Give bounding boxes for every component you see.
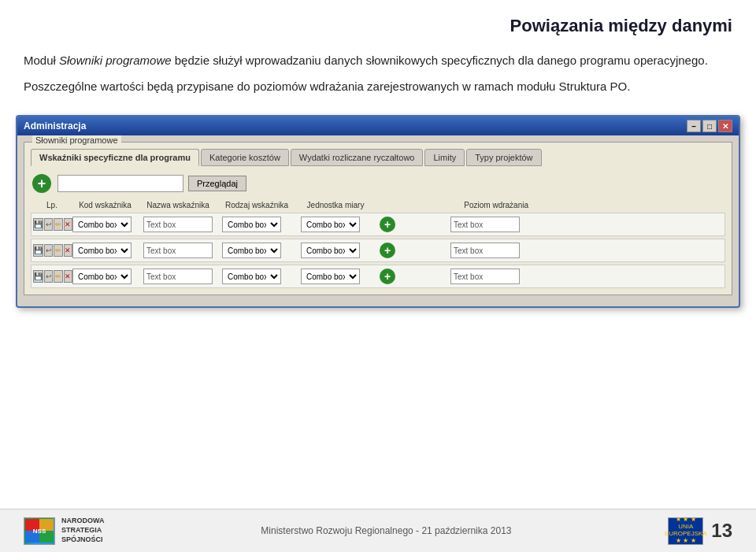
body-paragraph-1: Moduł Słowniki programowe będzie służył … [24,52,732,70]
add-button[interactable]: + [31,172,53,194]
footer-center-text: Ministerstwo Rozwoju Regionalnego - 21 p… [261,525,511,536]
col-header-poziom: Poziom wdrażania [375,201,532,209]
combo2-row1[interactable]: Combo box [222,217,301,232]
data-rows: 💾 ↩ ✏ ✕ Combo box [31,213,725,288]
combo3-row2[interactable]: Combo box [301,243,380,258]
edit-button-row3[interactable]: ✏ [54,270,62,283]
undo-button-row2[interactable]: ↩ [44,244,53,257]
tab-kategorie[interactable]: Kategorie kosztów [201,149,289,166]
col-header-lp: Lp. [32,201,72,209]
col-header-kod: Kod wskaźnika [72,201,139,209]
footer-logo-left: NSS NARODOWA STRATEGIA SPÓJNOŚCI [24,517,105,544]
body-paragraph-2: Poszczególne wartości będą przypisane do… [24,78,732,96]
table-row: 💾 ↩ ✏ ✕ Combo box [31,213,725,236]
toolbar-row: + Przeglądaj [31,172,725,194]
combo-select-3-row1[interactable]: Combo box [301,217,360,232]
row-actions-1: 💾 ↩ ✏ ✕ [33,218,72,231]
combo3-row1[interactable]: Combo box [301,217,380,232]
tab-typy[interactable]: Typy projektów [466,149,541,166]
column-headers: Lp. Kod wskaźnika Nazwa wskaźnika Rodzaj… [31,201,725,209]
text-box-1-row3[interactable] [143,269,213,284]
delete-button-row3[interactable]: ✕ [64,270,72,283]
combo2-row3[interactable]: Combo box [222,269,301,284]
browse-button[interactable]: Przeglądaj [188,176,246,191]
combo1-row3[interactable]: Combo box [72,269,143,284]
page-title: Powiązania między danymi [24,16,732,36]
col-header-jednostka: Jednostka miary [296,201,375,209]
combo-select-3-row2[interactable]: Combo box [301,243,360,258]
text-box-1-row2[interactable] [143,243,213,258]
plus-button-row1[interactable]: + [380,217,395,232]
combo2-row2[interactable]: Combo box [222,243,301,258]
maximize-button[interactable]: □ [702,120,717,132]
body-text-before-italic: Moduł [24,54,59,67]
page-number: 13 [711,520,732,542]
combo-select-1-row3[interactable]: Combo box [72,269,132,284]
logo-line2: STRATEGIA [61,526,105,535]
footer: NSS NARODOWA STRATEGIA SPÓJNOŚCI Ministe… [0,509,756,552]
plus-button-row3[interactable]: + [380,269,395,284]
combo-select-2-row2[interactable]: Combo box [222,243,281,258]
combo-select-1-row1[interactable]: Combo box [72,217,132,232]
window-content: Słowniki programowe Wskaźniki specyficzn… [17,135,739,306]
window-titlebar: Administracja – □ ✕ [17,117,739,135]
logo-line1: NARODOWA [61,517,105,526]
body-text-after-italic: będzie służył wprowadzaniu danych słowni… [175,54,708,67]
group-box-title: Słowniki programowe [32,135,121,145]
search-input[interactable] [57,175,183,192]
combo1-row1[interactable]: Combo box [72,217,143,232]
window-title: Administracja [24,120,86,132]
footer-right: ★ ★ ★UNIAEUROPEJSKA★ ★ ★ 13 [668,517,732,545]
combo3-row3[interactable]: Combo box [301,269,380,284]
add-icon: + [32,174,51,193]
tab-limity[interactable]: Limity [424,149,465,166]
row-actions-3: 💾 ↩ ✏ ✕ [33,270,72,283]
text-box-1-row1[interactable] [143,217,213,232]
svg-text:NSS: NSS [33,528,46,535]
eu-stars: ★ ★ ★UNIAEUROPEJSKA★ ★ ★ [665,517,707,544]
edit-button-row1[interactable]: ✏ [54,218,62,231]
tabs-row: Wskaźniki specyficzne dla programu Kateg… [31,149,725,166]
minimize-button[interactable]: – [687,120,701,132]
window-wrapper: Administracja – □ ✕ Słowniki programowe … [0,115,756,308]
logo-text: NARODOWA STRATEGIA SPÓJNOŚCI [61,517,105,544]
col-header-nazwa: Nazwa wskaźnika [139,201,217,209]
edit-button-row2[interactable]: ✏ [54,244,62,257]
close-button[interactable]: ✕ [718,120,732,132]
save-button-row3[interactable]: 💾 [33,270,43,283]
undo-button-row3[interactable]: ↩ [44,270,53,283]
nss-logo: NSS [24,517,55,545]
undo-button-row1[interactable]: ↩ [44,218,53,231]
save-button-row2[interactable]: 💾 [33,244,43,257]
administracja-window: Administracja – □ ✕ Słowniki programowe … [16,115,740,308]
titlebar-buttons: – □ ✕ [687,120,732,132]
combo1-row2[interactable]: Combo box [72,243,143,258]
save-button-row1[interactable]: 💾 [33,218,43,231]
body-text-italic: Słowniki programowe [59,54,172,67]
combo-select-2-row1[interactable]: Combo box [222,217,281,232]
text-box-2-row3[interactable] [450,269,520,284]
combo-select-1-row2[interactable]: Combo box [72,243,132,258]
row-actions-2: 💾 ↩ ✏ ✕ [33,244,72,257]
tab-wydatki[interactable]: Wydatki rozliczane ryczałtowo [291,149,424,166]
combo-select-2-row3[interactable]: Combo box [222,269,281,284]
delete-button-row1[interactable]: ✕ [64,218,72,231]
text-box-2-row2[interactable] [450,243,520,258]
text-box-2-row1[interactable] [450,217,520,232]
table-row: 💾 ↩ ✏ ✕ Combo box [31,265,725,288]
logo-line3: SPÓJNOŚCI [61,535,105,545]
plus-button-row2[interactable]: + [380,243,395,258]
tab-wskazniki[interactable]: Wskaźniki specyficzne dla programu [31,149,199,166]
group-box-slowniki: Słowniki programowe Wskaźniki specyficzn… [24,142,732,295]
table-row: 💾 ↩ ✏ ✕ Combo box [31,239,725,262]
top-section: Powiązania między danymi Moduł Słowniki … [0,0,756,111]
col-header-rodzaj: Rodzaj wskaźnika [217,201,296,209]
combo-select-3-row3[interactable]: Combo box [301,269,360,284]
delete-button-row2[interactable]: ✕ [64,244,72,257]
eu-logo: ★ ★ ★UNIAEUROPEJSKA★ ★ ★ [668,517,703,545]
